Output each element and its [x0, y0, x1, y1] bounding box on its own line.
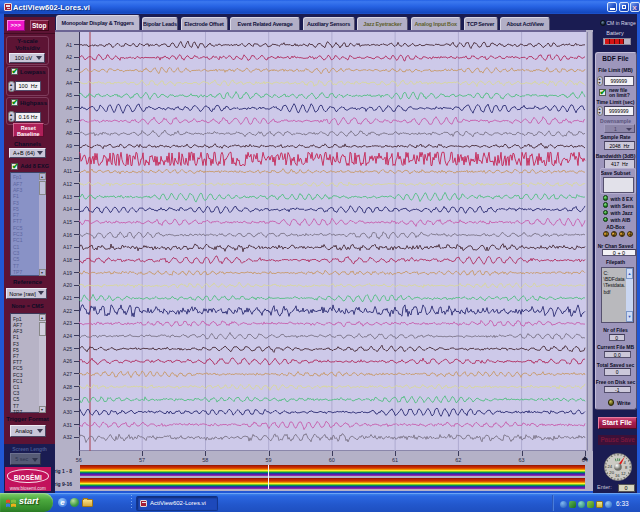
svg-text:20: 20: [609, 469, 614, 474]
svg-text:16: 16: [615, 472, 620, 477]
svg-text:12: 12: [621, 470, 626, 475]
svg-text:24: 24: [607, 463, 612, 468]
